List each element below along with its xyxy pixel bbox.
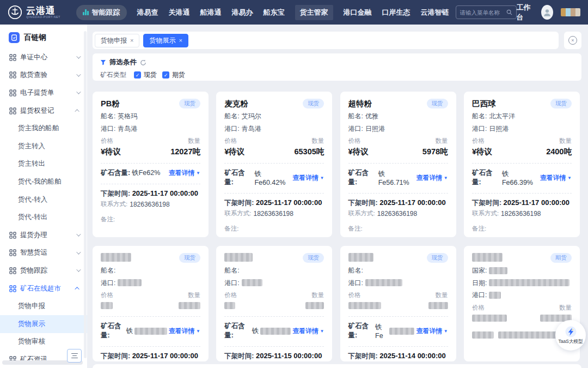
- price-value: [224, 301, 237, 310]
- redacted-text: [489, 292, 501, 299]
- ore-content-row: 矿石含量:铁Fe66.39%查看详情 ▼: [472, 168, 572, 187]
- offshelf-time-value: 2025-11-14 00:00:00: [379, 352, 445, 360]
- card-header: PB粉现货: [101, 99, 200, 108]
- sidebar-vertical-scrollbar[interactable]: [84, 31, 87, 358]
- view-details-link[interactable]: 查看详情 ▼: [292, 173, 324, 183]
- nav-item-4[interactable]: 船港通: [200, 8, 222, 17]
- menu-search-input[interactable]: [460, 9, 504, 16]
- avatar[interactable]: [541, 5, 553, 20]
- search-icon[interactable]: [506, 9, 512, 15]
- view-details-link[interactable]: 查看详情 ▼: [169, 168, 200, 178]
- tab-2[interactable]: 货物展示×: [143, 34, 188, 47]
- tab-1[interactable]: 货物申报×: [95, 34, 139, 47]
- nav-item-10[interactable]: 云港智链: [421, 8, 449, 17]
- menu-search-box[interactable]: [456, 5, 517, 19]
- cargo-type-badge: 现货: [427, 253, 448, 263]
- ore-content-value: 铁Fe66.39%: [502, 170, 538, 186]
- sidebar-item-label: 货主转入: [18, 142, 45, 151]
- checkbox-checked-icon[interactable]: ✓: [162, 71, 169, 79]
- nav-item-6[interactable]: 船东宝: [264, 8, 285, 17]
- sidebar-item-label: 货物审核: [18, 337, 45, 346]
- ore-type-label: 矿石类型: [100, 70, 126, 80]
- reset-refresh-icon[interactable]: [140, 59, 146, 66]
- port-emblem-icon: [8, 5, 22, 20]
- chevron-down-icon: [76, 232, 81, 237]
- sidebar-item-11[interactable]: 提货办理: [0, 226, 87, 244]
- nav-item-7[interactable]: 货主管家: [295, 5, 333, 20]
- tab-close-icon[interactable]: ×: [130, 37, 133, 44]
- nav-item-8[interactable]: 港口金融: [344, 8, 372, 17]
- cargo-type-badge: 现货: [303, 253, 324, 263]
- filter-option-1[interactable]: ✓现货: [134, 70, 157, 80]
- cargo-card-2: 麦克粉现货船名:艾玛尔港口:青岛港价格¥待议数量65305吨矿石含量:铁Fe60…: [216, 92, 332, 237]
- sidebar-item-1[interactable]: 单证中心: [0, 49, 87, 67]
- nav-item-2[interactable]: 港易查: [137, 8, 158, 17]
- taas-float-button[interactable]: TaaS大模型: [555, 320, 586, 351]
- field-label: 船名:: [224, 112, 239, 120]
- sidebar-item-12[interactable]: 智慧货运: [0, 244, 87, 262]
- sidebar-item-15[interactable]: 货物申报: [0, 297, 87, 315]
- nav-item-9[interactable]: 口岸生态: [382, 8, 411, 17]
- sidebar-item-2[interactable]: 散货查验: [0, 67, 87, 85]
- sidebar-item-7[interactable]: 货主转出: [0, 155, 87, 173]
- tab-close-icon[interactable]: ×: [179, 37, 182, 44]
- price-value: [101, 301, 113, 310]
- nav-item-3[interactable]: 关港通: [169, 8, 190, 17]
- field-value: 北太平洋: [489, 112, 515, 120]
- price-label: 价格: [224, 137, 244, 145]
- dropdown-arrow-icon: ▼: [566, 176, 572, 180]
- workbench-link[interactable]: 工作台: [517, 3, 534, 22]
- sidebar-item-3[interactable]: 电子提货单: [0, 84, 87, 102]
- price-quantity-row: 价格¥待议数量2400吨: [472, 137, 572, 157]
- filter-option-2[interactable]: ✓期货: [162, 70, 185, 80]
- sidebar-item-13[interactable]: 货物跟踪: [0, 262, 87, 280]
- view-details-link[interactable]: 查看详情 ▼: [416, 327, 448, 336]
- grid-icon: [9, 267, 16, 274]
- cargo-card-grid: PB粉现货船名:英格玛港口:青岛港价格¥待议数量12027吨矿石含量:铁Fe62…: [93, 92, 581, 361]
- contact-label: 联系方式:: [472, 209, 499, 218]
- nav-item-label: 港易办: [232, 8, 253, 16]
- card-header: 现货: [101, 253, 200, 263]
- cargo-field: 港口:日照港: [472, 125, 572, 132]
- sidebar-item-5[interactable]: 货主我的船舶: [0, 119, 87, 137]
- chevron-down-icon: [76, 90, 81, 94]
- offshelf-time-value: 2025-11-15 00:00:00: [256, 352, 322, 360]
- app-logo[interactable]: 云港通 QINGDAO-PORT.NET: [8, 5, 72, 20]
- field-label: 港口:: [224, 279, 239, 287]
- sidebar-item-14[interactable]: 矿石在线超市: [0, 280, 87, 298]
- sidebar-item-4[interactable]: 提货权登记: [0, 102, 87, 120]
- price-value: ¥待议: [101, 147, 121, 157]
- dashed-divider: [101, 316, 200, 317]
- nav-item-5[interactable]: 港易办: [232, 8, 253, 17]
- view-details-link[interactable]: 查看详情 ▼: [416, 173, 448, 183]
- offshelf-time-row: 下架时间: 2025-11-17 00:00:00: [348, 198, 448, 208]
- view-details-link[interactable]: 查看详情 ▼: [292, 327, 324, 336]
- view-details-label: 查看详情: [169, 327, 195, 335]
- close-all-tabs-button[interactable]: ×: [564, 32, 581, 49]
- sidebar-item-16[interactable]: 货物展示: [0, 315, 87, 333]
- grid-icon: [9, 54, 16, 61]
- sidebar-item-17[interactable]: 货物审核: [0, 333, 87, 351]
- offshelf-time-row: 下架时间: 2025-11-17 00:00:00: [224, 198, 324, 208]
- sidebar-item-6[interactable]: 货主转入: [0, 137, 87, 155]
- price-column: 价格: [224, 291, 237, 310]
- quantity-column: 数量: [179, 291, 200, 310]
- note-row: 备注:: [101, 215, 200, 224]
- quantity-column: 数量5978吨: [422, 137, 448, 157]
- checkbox-checked-icon[interactable]: ✓: [134, 71, 141, 79]
- field-value: 艾玛尔: [242, 112, 261, 120]
- view-details-link[interactable]: 查看详情 ▼: [540, 173, 572, 183]
- redacted-text: [498, 331, 562, 339]
- sidebar-item-8[interactable]: 货代-我的船舶: [0, 173, 87, 191]
- quantity-column: 数量: [305, 291, 324, 310]
- field-label: 港口:: [472, 125, 487, 132]
- field-label: 港口:: [472, 291, 487, 299]
- chevron-down-icon: [76, 250, 81, 254]
- nav-item-1[interactable]: 智能跟踪: [76, 5, 127, 20]
- sidebar-collapse-button[interactable]: [67, 349, 82, 363]
- sidebar-item-10[interactable]: 货代-转出: [0, 208, 87, 226]
- view-details-link[interactable]: 查看详情 ▼: [169, 327, 200, 336]
- contact-value: 18263636198: [254, 210, 293, 218]
- dashed-divider: [224, 163, 324, 164]
- sidebar-item-9[interactable]: 货代-转入: [0, 191, 87, 209]
